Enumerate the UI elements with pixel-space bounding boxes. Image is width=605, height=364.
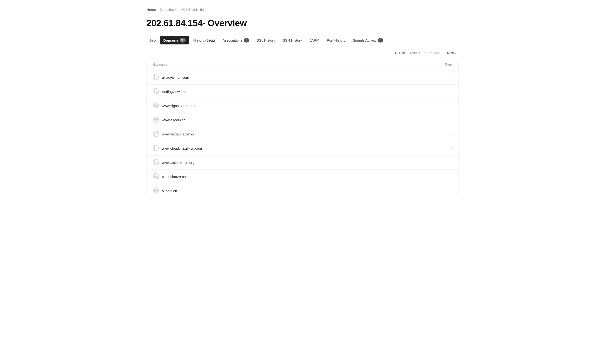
breadcrumb-separator: › [157, 8, 158, 11]
tab-history[interactable]: History (Beta) [190, 36, 218, 44]
tab-domains[interactable]: Domains30 [160, 36, 189, 44]
table-header: Hostname Rank [147, 59, 458, 70]
row-hostname-4: www.feixiaohaozh.cc [153, 130, 424, 138]
hostname-text-3: www.a1coin.cc [162, 118, 185, 122]
hostname-text-2: www.signal-zh-cn.org [162, 104, 196, 108]
tab-info[interactable]: Info [146, 36, 159, 44]
domain-icon [153, 173, 159, 180]
row-hostname-3: www.a1coin.cc [153, 116, 424, 124]
hostname-text-6: www.aicionzh-cn.org [162, 160, 194, 165]
table-row[interactable]: cloudchatzh-cn.com- [147, 170, 458, 184]
tab-signals-activity[interactable]: Signals Activity0 [349, 36, 386, 44]
page-title: 202.61.84.154- Overview [146, 18, 459, 28]
previous-button[interactable]: « Previous [423, 50, 442, 56]
breadcrumb-current: Domains List 202.61.84.154 [160, 8, 204, 12]
table-row[interactable]: www.aicionzh-cn.org- [147, 156, 458, 170]
hostname-text-5: www.cloudchatzh-cn.com [162, 146, 202, 150]
domain-icon [153, 88, 159, 95]
breadcrumb: Home › Domains List 202.61.84.154 [146, 8, 459, 12]
pagination-info: 1-30 of 30 results [394, 51, 420, 55]
pagination-row: 1-30 of 30 results « Previous Next » [146, 50, 459, 56]
tab-associations[interactable]: Associations0 [219, 36, 252, 44]
table-row[interactable]: a1coin.cn- [147, 184, 458, 198]
domain-icon [153, 159, 159, 166]
page-wrapper: Home › Domains List 202.61.84.154 202.61… [137, 0, 468, 206]
table-row[interactable]: aijiaoyizh-cn.com- [147, 70, 458, 85]
row-rank-1: - [424, 90, 452, 94]
row-hostname-8: a1coin.cn [153, 187, 424, 195]
row-hostname-6: www.aicionzh-cn.org [153, 159, 424, 166]
hostname-text-0: aijiaoyizh-cn.com [162, 75, 189, 79]
tab-badge-associations: 0 [244, 38, 249, 42]
row-hostname-7: cloudchatzh-cn.com [153, 173, 424, 180]
row-rank-6: - [424, 160, 452, 165]
breadcrumb-home-link[interactable]: Home [146, 8, 156, 12]
domain-icon [153, 116, 159, 124]
domain-icon [153, 130, 159, 138]
table-row[interactable]: tardlngvlew.com- [147, 85, 458, 99]
table-row[interactable]: www.a1coin.cc- [147, 113, 458, 127]
table-row[interactable]: www.signal-zh-cn.org- [147, 99, 458, 113]
tab-badge-signals-activity: 0 [378, 38, 383, 42]
tab-jarm[interactable]: JARM [306, 36, 322, 44]
row-hostname-5: www.cloudchatzh-cn.com [153, 145, 424, 152]
row-hostname-2: www.signal-zh-cn.org [153, 102, 424, 109]
domain-icon [153, 145, 159, 152]
table-row[interactable]: www.cloudchatzh-cn.com- [147, 141, 458, 156]
hostname-text-4: www.feixiaohaozh.cc [162, 132, 195, 136]
row-rank-8: - [424, 189, 452, 193]
row-rank-4: - [424, 132, 452, 136]
tab-ssh-history[interactable]: SSH History [279, 36, 305, 44]
row-rank-5: - [424, 146, 452, 150]
domain-table: Hostname Rank aijiaoyizh-cn.com- tardlng… [146, 59, 459, 198]
next-button[interactable]: Next » [445, 50, 459, 56]
row-rank-2: - [424, 104, 452, 108]
row-rank-7: - [424, 175, 452, 179]
table-body: aijiaoyizh-cn.com- tardlngvlew.com- www.… [147, 70, 458, 198]
domain-icon [153, 187, 159, 195]
tab-port-history[interactable]: Port History [323, 36, 348, 44]
table-row[interactable]: www.feixiaohaozh.cc- [147, 127, 458, 141]
tab-badge-domains: 30 [180, 38, 185, 42]
row-hostname-1: tardlngvlew.com [153, 88, 424, 95]
domain-icon [153, 102, 159, 109]
row-rank-0: - [424, 75, 452, 79]
row-rank-3: - [424, 118, 452, 122]
tab-ssl-history[interactable]: SSL History [253, 36, 279, 44]
hostname-text-8: a1coin.cn [162, 189, 177, 193]
domain-icon [153, 74, 159, 81]
hostname-text-1: tardlngvlew.com [162, 90, 187, 94]
hostname-text-7: cloudchatzh-cn.com [162, 175, 193, 179]
column-hostname: Hostname [153, 63, 424, 66]
column-rank: Rank [424, 63, 452, 66]
tabs-container: InfoDomains30History (Beta)Associations0… [146, 36, 459, 44]
row-hostname-0: aijiaoyizh-cn.com [153, 74, 424, 81]
